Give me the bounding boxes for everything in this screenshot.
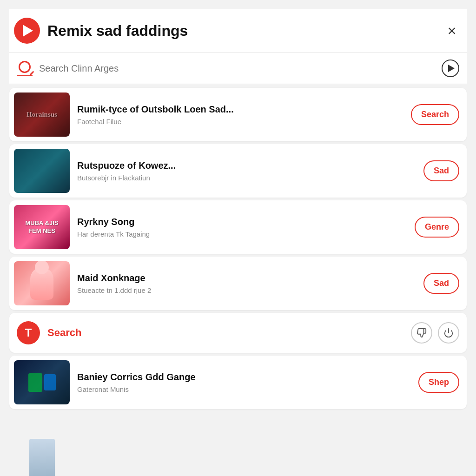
t-avatar: T [17,321,40,344]
list-item: MUBA &JIS FEM NES Ryrkny Song Har derent… [9,200,467,254]
app-container: Remix sad faddings × Horainsus Rumik-tyc… [0,0,476,476]
search-bar [9,53,467,84]
thumb-text: Horainsus [14,93,70,137]
item-subtitle: Har derenta Tk Tagaing [77,230,407,238]
header: Remix sad faddings × [9,9,467,52]
item-info: Ryrkny Song Har derenta Tk Tagaing [77,217,407,238]
item-tag-button[interactable]: Sad [423,273,459,294]
thumb-text: MUBA &JIS FEM NES [14,205,70,249]
logo-button[interactable] [14,18,40,44]
page-title: Remix sad faddings [47,22,442,40]
item-tag-button[interactable]: Genre [415,217,459,238]
item-info: Rumik-tyce of Outsbolk Loen Sad... Faote… [77,104,403,126]
item-thumbnail [14,261,70,305]
item-title: Ryrkny Song [77,217,407,227]
item-subtitle: Butsorebjr in Flackatiun [77,174,416,182]
item-title: Baniey Corrics Gdd Gange [77,372,411,383]
search-icon-wrap [17,61,33,76]
search-icon [19,61,31,73]
list-item: Rutspuoze of Kowez... Butsorebjr in Flac… [9,144,467,198]
play-icon [23,25,33,37]
row-actions [411,322,459,344]
search-input[interactable] [39,63,442,74]
list-item: Maid Xonknage Stueacte tn 1.ddd rjue 2 S… [9,257,467,310]
item-thumbnail: Horainsus [14,93,70,137]
thumbs-down-icon [416,328,427,338]
item-title: Maid Xonknage [77,273,416,284]
power-icon [443,328,454,338]
list-item: Horainsus Rumik-tyce of Outsbolk Loen Sa… [9,88,467,141]
item-tag-button[interactable]: Search [411,104,459,125]
play-triangle-icon [448,65,455,72]
item-info: Rutspuoze of Kowez... Butsorebjr in Flac… [77,160,416,182]
thumb-img [14,149,70,193]
item-title: Rutspuoze of Kowez... [77,160,416,171]
item-thumbnail [14,149,70,193]
item-thumbnail: MUBA &JIS FEM NES [14,205,70,249]
item-subtitle: Gateronat Munis [77,385,411,393]
item-info: Baniey Corrics Gdd Gange Gateronat Munis [77,372,411,393]
list-section: Horainsus Rumik-tyce of Outsbolk Loen Sa… [9,88,467,310]
thumb-img [14,261,70,305]
item-subtitle: Faotehal Filue [77,118,403,126]
item-subtitle: Stueacte tn 1.ddd rjue 2 [77,286,416,294]
search-play-button[interactable] [442,60,459,77]
item-thumbnail [14,360,70,404]
search-handle [30,71,34,75]
list-item: Baniey Corrics Gdd Gange Gateronat Munis… [9,356,467,409]
thumb-img [14,360,70,404]
item-tag-button[interactable]: Sad [423,160,459,181]
item-info: Maid Xonknage Stueacte tn 1.ddd rjue 2 [77,273,416,294]
power-button[interactable] [438,322,459,344]
search-row: T Search [9,313,467,353]
search-row-label: Search [47,327,403,339]
close-button[interactable]: × [442,20,462,41]
item-title: Rumik-tyce of Outsbolk Loen Sad... [77,104,403,115]
thumbs-down-button[interactable] [411,322,432,344]
item-tag-button[interactable]: Shep [418,372,459,393]
